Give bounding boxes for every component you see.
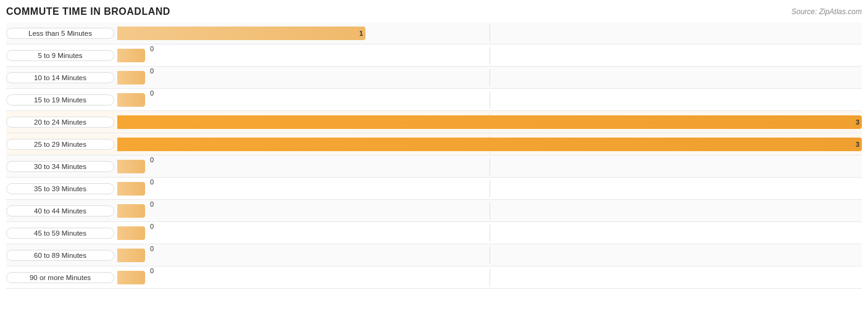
bar-row: 25 to 29 Minutes3 [6,133,862,155]
bar-value: 0 [150,175,154,189]
label-pill: 40 to 44 Minutes [6,205,114,217]
bar-row: 90 or more Minutes0 [6,266,862,289]
bar-fill [117,226,145,240]
bar-fill [117,204,145,218]
chart-area: Less than 5 Minutes15 to 9 Minutes010 to… [6,22,862,289]
bar-value: 3 [856,141,859,148]
bar-container: 0 [117,71,862,85]
bars-container: Less than 5 Minutes15 to 9 Minutes010 to… [6,22,862,275]
bar-row: 15 to 19 Minutes0 [6,89,862,111]
bar-row: 20 to 24 Minutes3 [6,111,862,133]
bar-label: 20 to 24 Minutes [6,117,114,128]
bar-fill [117,249,145,262]
bar-row: Less than 5 Minutes1 [6,22,862,44]
bar-fill [117,271,145,284]
label-pill: 20 to 24 Minutes [6,117,114,128]
bar-fill: 3 [117,138,862,151]
bar-row: 5 to 9 Minutes0 [6,44,862,67]
bar-row: 45 to 59 Minutes0 [6,222,862,244]
bar-value: 0 [150,86,154,100]
bar-label: 90 or more Minutes [6,272,114,283]
bar-fill [117,49,145,62]
bar-fill [117,93,145,107]
bar-container: 3 [117,115,862,129]
bar-container: 3 [117,138,862,151]
bar-container: 0 [117,49,862,62]
label-pill: Less than 5 Minutes [6,28,114,39]
bar-container: 0 [117,271,862,284]
bar-fill: 1 [117,27,365,40]
bar-value: 3 [856,118,859,126]
bar-container: 0 [117,93,862,107]
bar-label: 5 to 9 Minutes [6,50,114,61]
bar-container: 0 [117,226,862,240]
label-pill: 45 to 59 Minutes [6,228,114,239]
bar-container: 0 [117,182,862,196]
bar-row: 35 to 39 Minutes0 [6,178,862,200]
bar-label: 60 to 89 Minutes [6,250,114,261]
label-pill: 30 to 34 Minutes [6,161,114,172]
bar-value: 0 [150,264,154,278]
bar-container: 0 [117,160,862,173]
bar-label: 35 to 39 Minutes [6,183,114,194]
bar-fill: 3 [117,115,862,129]
label-pill: 25 to 29 Minutes [6,139,114,150]
label-pill: 60 to 89 Minutes [6,250,114,261]
bar-label: 15 to 19 Minutes [6,94,114,105]
bar-value: 0 [150,197,154,211]
bar-label: 30 to 34 Minutes [6,161,114,172]
label-pill: 15 to 19 Minutes [6,94,114,105]
bar-fill [117,182,145,196]
bar-fill [117,160,145,173]
bar-container: 0 [117,249,862,262]
bar-value: 0 [150,42,154,56]
label-pill: 10 to 14 Minutes [6,72,114,83]
label-pill: 90 or more Minutes [6,272,114,283]
bar-label: Less than 5 Minutes [6,28,114,39]
bar-label: 45 to 59 Minutes [6,228,114,239]
chart-title: COMMUTE TIME IN BROADLAND [6,6,170,17]
chart-header: COMMUTE TIME IN BROADLAND Source: ZipAtl… [6,6,862,17]
bar-value: 0 [150,64,154,78]
bar-label: 10 to 14 Minutes [6,72,114,83]
bar-row: 60 to 89 Minutes0 [6,244,862,266]
label-pill: 5 to 9 Minutes [6,50,114,61]
bar-label: 40 to 44 Minutes [6,205,114,217]
bar-value: 0 [150,220,154,233]
bar-fill [117,71,145,85]
bar-label: 25 to 29 Minutes [6,139,114,150]
chart-source: Source: ZipAtlas.com [791,7,862,16]
bar-value: 1 [359,30,363,37]
bar-row: 40 to 44 Minutes0 [6,200,862,222]
bar-container: 0 [117,204,862,218]
bar-row: 10 to 14 Minutes0 [6,67,862,89]
label-pill: 35 to 39 Minutes [6,183,114,194]
bar-row: 30 to 34 Minutes0 [6,155,862,178]
bar-value: 0 [150,242,154,255]
bar-value: 0 [150,153,154,167]
bar-container: 1 [117,27,862,40]
page-container: COMMUTE TIME IN BROADLAND Source: ZipAtl… [0,0,868,322]
